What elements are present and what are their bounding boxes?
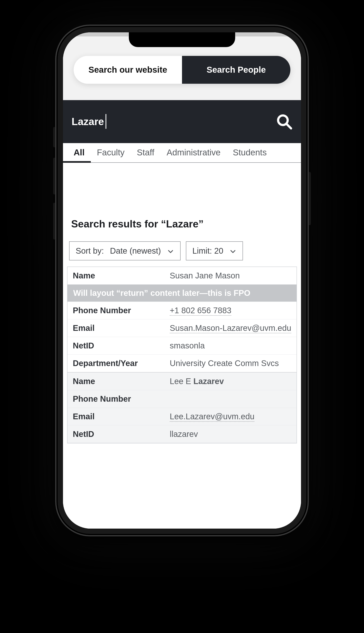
tab-staff[interactable]: Staff	[131, 143, 160, 162]
cell-label-netid: NetID	[68, 425, 170, 443]
tab-search-website[interactable]: Search our website	[74, 56, 182, 84]
limit-select[interactable]: Limit: 20	[186, 241, 243, 260]
table-row: Phone Number +1 802 656 7883	[68, 302, 296, 319]
cell-label-email: Email	[68, 408, 170, 425]
cell-value-name: Lee E Lazarev	[170, 373, 296, 390]
table-row: Name Lee E Lazarev	[68, 372, 296, 390]
cell-label-email: Email	[68, 319, 170, 337]
tab-faculty[interactable]: Faculty	[91, 143, 131, 162]
table-row: Name Susan Jane Mason	[68, 267, 296, 284]
search-icon[interactable]	[276, 113, 292, 130]
sort-prefix: Sort by:	[76, 246, 104, 255]
cell-label-dept: Department/Year	[68, 355, 170, 372]
filter-tabs: All Faculty Staff Administrative Student…	[63, 143, 301, 163]
tab-administrative[interactable]: Administrative	[160, 143, 227, 162]
tab-search-people[interactable]: Search People	[182, 56, 290, 84]
phone-link[interactable]: +1 802 656 7883	[170, 306, 231, 316]
cell-value-netid: llazarev	[170, 425, 296, 443]
name-match: Lazarev	[194, 377, 224, 386]
cell-value-name: Susan Jane Mason	[170, 267, 296, 284]
table-row: Email Susan.Mason-Lazarev@uvm.edu	[68, 319, 296, 337]
cell-label-phone: Phone Number	[68, 390, 170, 408]
phone-notch	[129, 32, 235, 47]
phone-screen: Search our website Search People Lazare	[63, 32, 301, 529]
results-heading: Search results for “Lazare”	[63, 163, 301, 241]
table-row: Phone Number	[68, 390, 296, 408]
cell-label-name: Name	[68, 267, 170, 284]
cell-label-phone: Phone Number	[68, 302, 170, 319]
name-prefix: Lee E	[170, 377, 194, 386]
email-link[interactable]: Lee.Lazarev@uvm.edu	[170, 412, 254, 422]
cell-label-netid: NetID	[68, 337, 170, 354]
svg-line-1	[287, 124, 291, 129]
chevron-down-icon	[167, 247, 174, 254]
app-root: Search our website Search People Lazare	[63, 32, 301, 529]
limit-label: Limit: 20	[192, 246, 223, 255]
search-query-text: Lazare	[72, 116, 104, 127]
tab-students[interactable]: Students	[226, 143, 273, 162]
cell-value-dept: University Create Comm Svcs	[170, 355, 296, 372]
fpo-banner: Will layout “return” content later—this …	[68, 284, 296, 301]
tab-all[interactable]: All	[63, 143, 91, 162]
device-frame: Search our website Search People Lazare	[55, 25, 309, 536]
table-row: NetID llazarev	[68, 425, 296, 443]
cell-label-name: Name	[68, 373, 170, 390]
cell-value-email: Lee.Lazarev@uvm.edu	[170, 408, 296, 425]
results-table: Name Susan Jane Mason Will layout “retur…	[67, 266, 297, 443]
cell-value-phone: +1 802 656 7883	[170, 302, 296, 319]
searchbar: Lazare	[63, 100, 301, 143]
sort-value: Date (newest)	[110, 246, 161, 255]
table-row: NetID smasonla	[68, 337, 296, 355]
sort-select[interactable]: Sort by: Date (newest)	[69, 241, 180, 260]
fpo-banner-row: Will layout “return” content later—this …	[68, 284, 296, 302]
text-caret	[106, 114, 106, 129]
cell-value-email: Susan.Mason-Lazarev@uvm.edu	[170, 319, 296, 337]
cell-value-phone	[170, 395, 296, 403]
search-mode-pill: Search our website Search People	[74, 56, 290, 84]
cell-value-netid: smasonla	[170, 337, 296, 354]
table-row: Email Lee.Lazarev@uvm.edu	[68, 408, 296, 425]
results-controls: Sort by: Date (newest) Limit: 20	[63, 241, 301, 266]
email-link[interactable]: Susan.Mason-Lazarev@uvm.edu	[170, 324, 291, 333]
search-input[interactable]: Lazare	[72, 116, 276, 128]
chevron-down-icon	[230, 247, 236, 254]
phone-body: Search our website Search People Lazare	[55, 25, 309, 536]
results-area: Search results for “Lazare” Sort by: Dat…	[63, 163, 301, 529]
table-row: Department/Year University Create Comm S…	[68, 355, 296, 372]
